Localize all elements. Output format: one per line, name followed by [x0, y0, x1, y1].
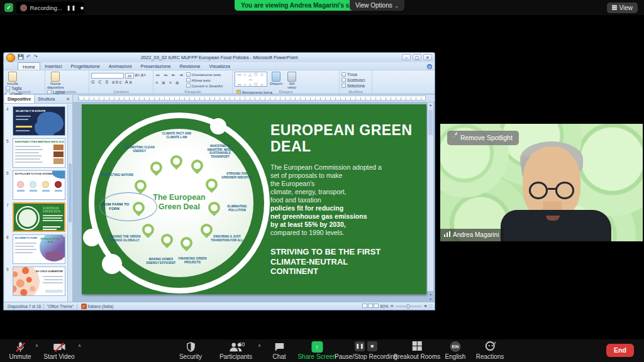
align-text-button[interactable]: Allinea testo: [186, 78, 223, 83]
pause-recording-icon[interactable]: ❚❚: [67, 5, 76, 11]
thumbnail-slide-6[interactable]: 6 EU POLICIES TO FOOD SYSTEM...: [6, 170, 66, 200]
video-options-caret[interactable]: ∧: [78, 343, 81, 348]
replace-icon: [341, 78, 346, 82]
thumbnail-slide-4[interactable]: 4 MILAN PACT IN EUROPE: [6, 106, 66, 136]
stop-icon[interactable]: ■: [367, 341, 377, 351]
recording-dot-icon: [20, 4, 27, 11]
thumb9-title: EU CHILD GUARANTEE: [36, 270, 63, 273]
prev-next-slide-buttons[interactable]: ▲▼: [427, 292, 434, 302]
thumbnail-slide-8[interactable]: 8 European Green Deal EU FARM TO FORK: [6, 234, 66, 264]
security-button[interactable]: Security: [179, 341, 202, 360]
participants-button[interactable]: 60 Participants: [219, 341, 252, 360]
slide-body: The European Commission adopted a set of…: [270, 163, 423, 237]
font-size-select[interactable]: 29: [125, 73, 134, 79]
thumbnail-slide-5[interactable]: 5 EUROPEAN CITIES MEETINGS SINCE 2016: [6, 138, 66, 168]
powerpoint-titlebar[interactable]: 💾 ↶ ↷ 2022_03_02 IURC MUFPP European Foo…: [4, 53, 435, 62]
breakout-rooms-button[interactable]: Breakout Rooms: [394, 341, 440, 360]
ribbon-group-slides: Nuova diapositiva Layout Reimposta Elimi…: [45, 70, 89, 94]
zoom-in-icon[interactable]: ⊕: [424, 304, 427, 309]
tab-home[interactable]: Home: [18, 62, 40, 70]
reactions-smiley-icon: +: [486, 341, 495, 351]
start-video-button[interactable]: Start Video: [43, 341, 74, 360]
view-options-button[interactable]: View Options⌄: [350, 0, 404, 11]
minimize-button[interactable]: –: [402, 54, 411, 60]
text-orientation-button[interactable]: Orientamento testo: [186, 72, 223, 77]
panel-scrollbar[interactable]: [67, 104, 72, 302]
chevron-down-icon: ⌄: [395, 4, 399, 8]
speaker-glasses: [529, 182, 578, 200]
zoom-out-icon[interactable]: ⊖: [391, 304, 394, 309]
font-name-select[interactable]: [91, 73, 124, 79]
slide-title: EUROPEAN GREEN DEAL: [270, 122, 423, 155]
tab-inserisci[interactable]: Inserisci: [40, 62, 67, 70]
replace-button[interactable]: Sostituisci: [341, 78, 365, 83]
unmute-button[interactable]: Unmute: [9, 341, 31, 360]
zoom-percent[interactable]: 80%: [380, 304, 389, 309]
ring-dot: [102, 254, 122, 274]
remove-spotlight-button[interactable]: Remove Spotlight: [447, 131, 519, 145]
participants-count: 60: [238, 341, 245, 348]
ribbon-tabs: Home Inserisci Progettazione Animazioni …: [4, 62, 435, 70]
encryption-shield-icon: ✓: [4, 3, 13, 12]
view-mode-buttons[interactable]: [362, 304, 379, 309]
view-button[interactable]: View: [607, 3, 638, 13]
new-slide-icon: [51, 72, 60, 82]
font-style-buttons[interactable]: G C S abc Aa: [91, 79, 151, 86]
status-bar: Diapositiva 7 di 16 "Office Theme" ✓ Ita…: [4, 302, 435, 310]
quick-styles-icon: [287, 72, 296, 82]
thumbnail-slide-9[interactable]: 9 EU CHILD GUARANTEE: [6, 266, 66, 296]
tab-revisione[interactable]: Revisione: [175, 62, 204, 70]
view-grid-icon: [612, 5, 617, 10]
help-icon[interactable]: @: [427, 64, 432, 69]
interpretation-button[interactable]: EN English: [445, 341, 466, 360]
find-button[interactable]: Trova: [341, 72, 365, 77]
convert-smartart-button[interactable]: Converti in SmartArt: [186, 84, 223, 89]
office-button[interactable]: [6, 53, 15, 62]
pause-stop-recording-button[interactable]: ❚❚■ Pause/Stop Recording: [335, 341, 397, 360]
pin-icon: [452, 131, 458, 138]
thumb5-photo: [53, 145, 64, 150]
quick-access-toolbar[interactable]: 💾 ↶ ↷: [18, 54, 38, 60]
chat-button[interactable]: Chat: [272, 341, 286, 360]
share-screen-icon: ↑: [311, 341, 323, 353]
video-tile-andrea-magarini[interactable]: Remove Spotlight Andrea Magarini: [440, 124, 643, 241]
end-meeting-button[interactable]: End: [606, 344, 634, 357]
participants-caret[interactable]: ∧: [258, 343, 261, 348]
shapes-gallery[interactable]: ▭ ○ △ ⬠ ☆ ⇨ ▭ ○ △ ⬠ ☆ ⇨ ▭ ○ △ ⬠ ☆ ⇨: [235, 72, 267, 87]
stop-recording-icon[interactable]: ■: [80, 5, 84, 11]
share-screen-button[interactable]: ↑ Share Screen: [297, 341, 336, 360]
restore-button[interactable]: ▢: [413, 54, 421, 60]
audio-level-icon: [444, 231, 450, 237]
unmute-options-caret[interactable]: ∧: [35, 343, 38, 348]
arrange-button[interactable]: Disponi: [269, 72, 283, 85]
close-button[interactable]: ✕: [423, 54, 432, 60]
pause-icon[interactable]: ❚❚: [355, 341, 365, 351]
fit-slide-icon[interactable]: ⛶: [429, 304, 432, 309]
reactions-button[interactable]: + Reactions: [476, 341, 504, 360]
grow-shrink-font-icons[interactable]: A˄ A˅: [135, 73, 146, 77]
theme-name: "Office Theme": [47, 304, 74, 309]
tab-visualizza[interactable]: Visualizza: [204, 62, 235, 70]
ribbon-group-clipboard: Incolla Taglia Copia Copia formato Appun…: [4, 70, 45, 94]
panel-close-icon[interactable]: ✕: [64, 95, 72, 103]
spellcheck-icon[interactable]: ✓: [81, 304, 87, 309]
language-indicator[interactable]: Italiano (Italia): [88, 304, 114, 309]
panel-tab-slides[interactable]: Diapositive: [4, 95, 35, 103]
canvas-scrollbar[interactable]: ▲: [427, 102, 434, 292]
tab-progettazione[interactable]: Progettazione: [67, 62, 104, 70]
select-button[interactable]: Seleziona: [341, 84, 365, 89]
tab-presentazione[interactable]: Presentazione: [136, 62, 175, 70]
thumb8-title: EU FARM TO FORK: [15, 237, 37, 239]
panel-tab-outline[interactable]: Struttura: [35, 95, 58, 103]
tab-animazioni[interactable]: Animazioni: [104, 62, 136, 70]
quick-styles-button[interactable]: Stili veloci: [285, 72, 299, 89]
horizontal-ruler: [78, 96, 426, 101]
list-indent-buttons[interactable]: ≔ ≕ ⇤ ⇥: [155, 72, 184, 79]
paste-button[interactable]: Incolla: [6, 72, 19, 85]
new-slide-button[interactable]: Nuova diapositiva: [47, 72, 64, 89]
europe-map-graphic: [37, 112, 64, 133]
window-title: 2022_03_02 IURC MUFPP European Food Poli…: [4, 53, 435, 62]
zoom-slider[interactable]: [396, 305, 422, 307]
thumbnail-slide-7-selected[interactable]: 7 EUROPEAN GREEN DEAL: [6, 202, 66, 232]
alignment-buttons[interactable]: ≡ ≣ ≡ ≣: [155, 79, 184, 87]
